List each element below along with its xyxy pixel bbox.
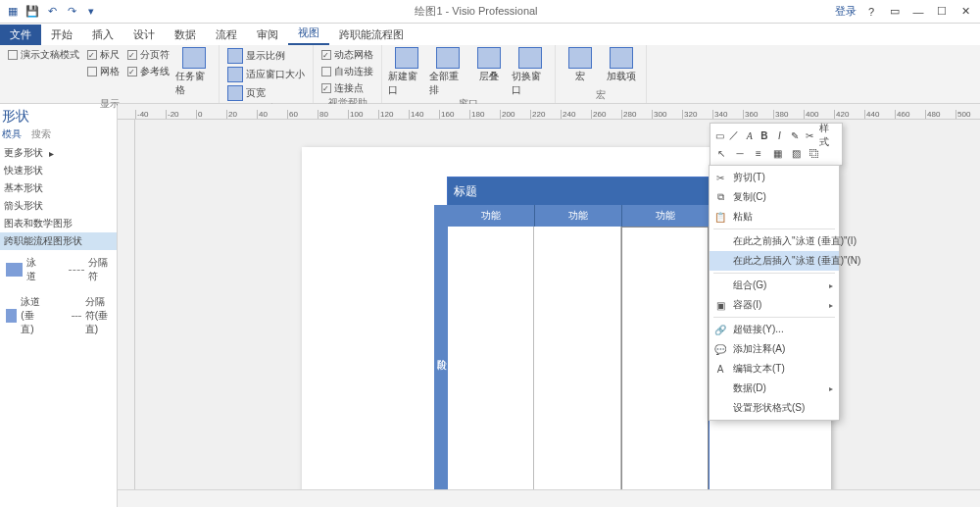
line-color-icon[interactable]: ／ bbox=[728, 127, 740, 143]
addons-button[interactable]: 加载项 bbox=[603, 47, 640, 83]
copy-icon: ⧉ bbox=[713, 190, 727, 204]
lane-1[interactable] bbox=[448, 227, 534, 499]
ctx-data[interactable]: 数据(D)▸ bbox=[710, 379, 839, 398]
show-scale[interactable]: 显示比例 bbox=[225, 47, 307, 65]
tab-home[interactable]: 开始 bbox=[41, 25, 82, 45]
align-icon[interactable]: ≡ bbox=[751, 145, 766, 161]
basic-shapes[interactable]: 基本形状 bbox=[0, 179, 117, 197]
comment-icon: 💬 bbox=[713, 342, 727, 356]
stencil-swimlane-vertical[interactable]: 泳道(垂直) bbox=[4, 293, 46, 338]
app-icon[interactable]: ▦ bbox=[4, 3, 22, 21]
new-window-button[interactable]: 新建窗口 bbox=[388, 47, 425, 97]
ctx-edit-text[interactable]: A编辑文本(T) bbox=[710, 359, 839, 379]
link-icon: 🔗 bbox=[713, 323, 727, 336]
undo-icon[interactable]: ↶ bbox=[43, 3, 61, 21]
stencil-separator[interactable]: 分隔符 bbox=[67, 254, 113, 285]
font-icon[interactable]: A bbox=[744, 127, 756, 143]
bring-front-icon[interactable]: ▦ bbox=[769, 145, 785, 161]
format-painter-icon[interactable]: ✂ bbox=[804, 127, 815, 143]
italic-icon[interactable]: I bbox=[773, 127, 785, 143]
title-bar-right: 登录 ? ▭ — ☐ ✕ bbox=[835, 4, 980, 19]
ctx-container[interactable]: ▣容器(I)▸ bbox=[710, 295, 839, 315]
swimlane-icon bbox=[6, 263, 23, 277]
arrange-all-button[interactable]: 全部重排 bbox=[429, 47, 466, 97]
bold-icon[interactable]: B bbox=[759, 127, 770, 143]
shapes-panel: 形状 模具 搜索 更多形状 ▸ 快速形状 基本形状 箭头形状 图表和数学图形 跨… bbox=[0, 104, 118, 507]
tab-view[interactable]: 视图 bbox=[288, 23, 329, 45]
ribbon-collapse-icon[interactable]: ▭ bbox=[886, 5, 904, 19]
swimlane-header-3[interactable]: 功能 bbox=[622, 205, 709, 227]
tab-review[interactable]: 审阅 bbox=[247, 25, 288, 45]
ctx-copy[interactable]: ⧉复制(C) bbox=[710, 187, 839, 207]
ctx-insert-before[interactable]: 在此之前插入"泳道 (垂直)"(I) bbox=[710, 231, 839, 251]
tab-file[interactable]: 文件 bbox=[0, 25, 41, 45]
send-back-icon[interactable]: ▨ bbox=[788, 145, 804, 161]
tab-design[interactable]: 设计 bbox=[123, 25, 165, 45]
ctx-paste[interactable]: 📋粘贴 bbox=[710, 207, 839, 227]
save-icon[interactable]: 💾 bbox=[24, 3, 41, 21]
highlight-icon[interactable]: ✎ bbox=[788, 127, 800, 143]
tab-process[interactable]: 流程 bbox=[206, 25, 247, 45]
ctx-group[interactable]: 组合(G)▸ bbox=[710, 276, 839, 295]
chk-pagebreak[interactable]: 分页符 bbox=[125, 47, 172, 63]
lane-3-selected[interactable] bbox=[621, 227, 709, 499]
macros-button[interactable]: 宏 bbox=[562, 47, 599, 83]
chart-math-shapes[interactable]: 图表和数学图形 bbox=[0, 215, 117, 232]
title-bar: ▦ 💾 ↶ ↷ ▾ 绘图1 - Visio Professional 登录 ? … bbox=[0, 0, 980, 24]
chk-ruler[interactable]: 标尺 bbox=[85, 47, 122, 63]
swimlane-title[interactable]: 标题 bbox=[448, 177, 709, 205]
tab-search[interactable]: 搜索 bbox=[31, 127, 51, 141]
ruler-vertical bbox=[118, 120, 135, 507]
chk-presentation[interactable]: 演示文稿模式 bbox=[6, 47, 81, 63]
switch-window-button[interactable]: 切换窗口 bbox=[512, 47, 549, 97]
swimlane-header-2[interactable]: 功能 bbox=[535, 205, 622, 227]
ctx-hyperlink[interactable]: 🔗超链接(Y)... bbox=[710, 320, 839, 339]
ctx-format-shape[interactable]: 设置形状格式(S) bbox=[710, 398, 839, 418]
swimlane-header-1[interactable]: 功能 bbox=[448, 205, 535, 227]
task-pane-button[interactable]: 任务窗格 bbox=[175, 47, 213, 97]
separator-icon bbox=[69, 270, 83, 271]
ctx-comment[interactable]: 💬添加注释(A) bbox=[710, 339, 839, 359]
redo-icon[interactable]: ↷ bbox=[63, 3, 80, 21]
ribbon-group-macros: 宏 加载项 宏 bbox=[556, 45, 647, 103]
sheet-tab-bar[interactable] bbox=[118, 489, 980, 507]
tab-stencils[interactable]: 模具 bbox=[2, 127, 22, 141]
group-icon[interactable]: ⿻ bbox=[807, 145, 822, 161]
login-link[interactable]: 登录 bbox=[835, 4, 857, 19]
tab-cff[interactable]: 跨职能流程图 bbox=[329, 25, 414, 45]
page-width[interactable]: 页宽 bbox=[225, 84, 307, 102]
more-shapes[interactable]: 更多形状 ▸ bbox=[0, 144, 117, 162]
stencil-swimlane[interactable]: 泳道 bbox=[4, 254, 43, 285]
minimize-icon[interactable]: — bbox=[909, 5, 927, 19]
tab-data[interactable]: 数据 bbox=[165, 25, 206, 45]
chk-dynamic-grid[interactable]: 动态网格 bbox=[319, 47, 375, 63]
chevron-right-icon: ▸ bbox=[46, 148, 54, 159]
quick-shapes[interactable]: 快速形状 bbox=[0, 162, 117, 179]
stencil-separator-vertical[interactable]: 分隔符(垂直) bbox=[70, 293, 113, 338]
ctx-cut[interactable]: ✂剪切(T) bbox=[710, 168, 839, 187]
cascade-button[interactable]: 层叠 bbox=[470, 47, 508, 83]
maximize-icon[interactable]: ☐ bbox=[933, 5, 951, 19]
ribbon-group-show: 演示文稿模式 标尺 网格 分页符 参考线 任务窗格 显示 bbox=[0, 45, 220, 103]
swimlane-container[interactable]: 阶段 标题 功能 功能 功能 bbox=[447, 177, 710, 500]
quick-styles-button[interactable]: 样式 bbox=[818, 127, 839, 143]
swimlane-phase[interactable]: 阶段 bbox=[434, 205, 448, 499]
qat-customize-icon[interactable]: ▾ bbox=[82, 3, 100, 21]
arrow-shapes[interactable]: 箭头形状 bbox=[0, 197, 117, 215]
lane-2[interactable] bbox=[534, 227, 620, 499]
chk-auto-connect[interactable]: 自动连接 bbox=[319, 64, 375, 79]
connector-tool-icon[interactable]: ─ bbox=[732, 145, 748, 161]
fit-window[interactable]: 适应窗口大小 bbox=[225, 66, 307, 83]
tab-insert[interactable]: 插入 bbox=[82, 25, 123, 45]
fill-color-icon[interactable]: ▭ bbox=[713, 127, 725, 143]
ctx-insert-after[interactable]: 在此之后插入"泳道 (垂直)"(N) bbox=[710, 251, 839, 271]
help-icon[interactable]: ? bbox=[862, 5, 880, 19]
chk-connect-point[interactable]: 连接点 bbox=[319, 80, 375, 96]
pointer-tool-icon[interactable]: ↖ bbox=[713, 145, 729, 161]
mini-toolbar: ▭ ／ A B I ✎ ✂ 样式 ↖ ─ ≡ ▦ ▨ ⿻ bbox=[710, 123, 843, 166]
chk-grid[interactable]: 网格 bbox=[85, 64, 122, 79]
chk-guides[interactable]: 参考线 bbox=[125, 64, 172, 79]
canvas-body[interactable]: 阶段 标题 功能 功能 功能 bbox=[135, 120, 980, 507]
close-icon[interactable]: ✕ bbox=[956, 5, 974, 19]
cff-shapes[interactable]: 跨职能流程图形状 bbox=[0, 232, 117, 250]
